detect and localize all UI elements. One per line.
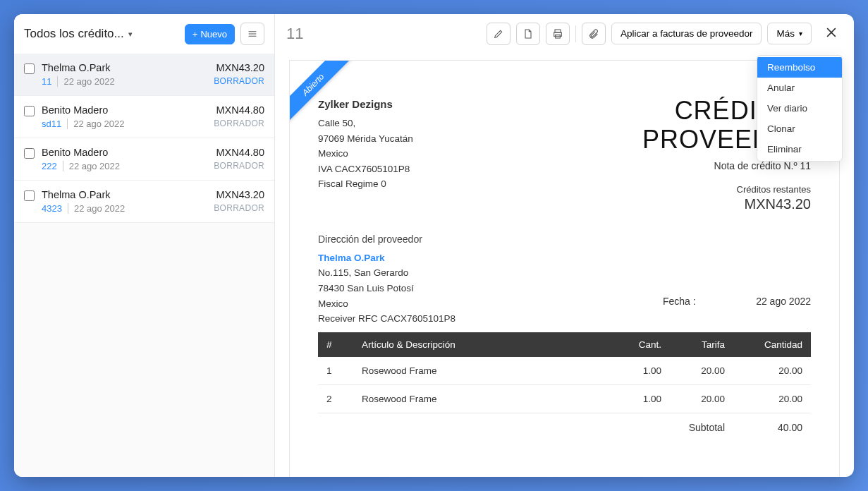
row-date: 22 ago 2022 (69, 161, 120, 171)
row-id[interactable]: 11 (42, 76, 58, 87)
status-ribbon-label: Abierto (290, 61, 351, 123)
row-amount: MXN44.80 (214, 147, 264, 158)
printer-icon (552, 28, 563, 40)
credit-list: Thelma O.Park 1122 ago 2022 MXN43.20 BOR… (14, 54, 274, 223)
row-id[interactable]: sd11 (42, 119, 68, 129)
attach-button[interactable] (582, 23, 606, 45)
row-name: Benito Madero (42, 147, 207, 158)
edit-button[interactable] (487, 23, 511, 45)
list-header: Todos los crédito... ▾ + Nuevo (14, 14, 274, 54)
col-num: # (318, 332, 353, 357)
hamburger-icon (247, 28, 258, 40)
more-button[interactable]: Más ▾ (767, 23, 812, 44)
row-name: Benito Madero (42, 104, 207, 116)
row-checkbox[interactable] (24, 63, 35, 74)
pdf-button[interactable] (516, 23, 540, 45)
doc-number: Nota de crédito N.º 11 (642, 160, 811, 171)
supplier-line: No.115, San Gerardo (318, 265, 811, 281)
menu-item-refund[interactable]: Reembolso (757, 57, 842, 78)
row-name: Thelma O.Park (42, 189, 207, 200)
row-checkbox[interactable] (24, 148, 35, 159)
row-checkbox[interactable] (24, 106, 35, 116)
supplier-name[interactable]: Thelma O.Park (318, 250, 811, 266)
date-label: Fecha : (663, 296, 733, 307)
date-value: 22 ago 2022 (733, 296, 811, 307)
list-row-0[interactable]: Thelma O.Park 1122 ago 2022 MXN43.20 BOR… (14, 54, 274, 96)
paperclip-icon (588, 28, 599, 40)
detail-panel: 11 Aplicar a facturas de proveedor Más ▾ (275, 14, 854, 477)
more-label: Más (776, 28, 795, 39)
cell-num: 2 (318, 384, 353, 413)
remaining-label: Créditos restantes (642, 184, 811, 195)
row-amount: MXN44.80 (214, 104, 264, 116)
cell-desc: Rosewood Frame (353, 357, 613, 385)
row-name: Thelma O.Park (42, 62, 207, 73)
close-button[interactable] (820, 21, 843, 46)
row-status: BORRADOR (214, 76, 264, 86)
subtotal-label: Subtotal (661, 422, 746, 433)
list-filter-label: Todos los crédito... (24, 27, 124, 41)
list-panel: Todos los crédito... ▾ + Nuevo Thelma O.… (14, 14, 275, 477)
cell-amount: 20.00 (733, 384, 811, 413)
menu-item-delete[interactable]: Eliminar (757, 139, 842, 159)
cell-qty: 1.00 (613, 384, 670, 413)
company-line: Mexico (318, 146, 413, 162)
cell-qty: 1.00 (613, 357, 670, 385)
items-table: # Artículo & Descripción Cant. Tarifa Ca… (318, 332, 811, 413)
plus-icon: + (192, 29, 198, 40)
supplier-block: Dirección del proveedor Thelma O.Park No… (318, 234, 811, 327)
row-status: BORRADOR (214, 161, 264, 171)
company-line: 97069 Mérida Yucatán (318, 131, 413, 147)
list-row-2[interactable]: Benito Madero 22222 ago 2022 MXN44.80 BO… (14, 138, 274, 181)
app-window: Todos los crédito... ▾ + Nuevo Thelma O.… (14, 14, 854, 477)
svg-rect-3 (555, 30, 561, 32)
print-button[interactable] (546, 23, 570, 45)
item-row: 2 Rosewood Frame 1.00 20.00 20.00 (318, 384, 811, 413)
remaining-amount: MXN43.20 (642, 196, 811, 212)
chevron-down-icon: ▾ (799, 30, 802, 37)
row-status: BORRADOR (214, 119, 264, 128)
supplier-line: 78430 San Luis Potosí (318, 281, 811, 296)
menu-button[interactable] (240, 23, 264, 45)
menu-item-void[interactable]: Anular (757, 78, 842, 98)
col-desc: Artículo & Descripción (353, 332, 613, 357)
cell-num: 1 (318, 357, 353, 385)
detail-title: 11 (286, 25, 481, 43)
row-amount: MXN43.20 (214, 62, 264, 73)
close-icon (824, 25, 838, 40)
row-date: 22 ago 2022 (63, 76, 114, 87)
list-row-3[interactable]: Thelma O.Park 432322 ago 2022 MXN43.20 B… (14, 181, 274, 223)
menu-item-journal[interactable]: Ver diario (757, 98, 842, 119)
row-status: BORRADOR (214, 203, 264, 213)
col-rate: Tarifa (670, 332, 733, 357)
menu-item-clone[interactable]: Clonar (757, 119, 842, 139)
col-amount: Cantidad (733, 332, 811, 357)
divider (575, 25, 576, 42)
item-row: 1 Rosewood Frame 1.00 20.00 20.00 (318, 357, 811, 385)
cell-rate: 20.00 (670, 357, 733, 385)
row-date: 22 ago 2022 (73, 119, 124, 129)
row-id[interactable]: 4323 (42, 203, 68, 214)
col-qty: Cant. (613, 332, 670, 357)
new-button[interactable]: + Nuevo (185, 24, 235, 44)
supplier-line: Receiver RFC CACX7605101P8 (318, 311, 811, 327)
list-row-1[interactable]: Benito Madero sd1122 ago 2022 MXN44.80 B… (14, 96, 274, 138)
subtotal-row: Subtotal 40.00 (318, 413, 811, 442)
row-checkbox[interactable] (24, 190, 35, 201)
cell-desc: Rosewood Frame (353, 384, 613, 413)
more-dropdown: Reembolso Anular Ver diario Clonar Elimi… (757, 55, 843, 162)
company-line: Fiscal Regime 0 (318, 176, 413, 192)
cell-amount: 20.00 (733, 357, 811, 385)
detail-header: 11 Aplicar a facturas de proveedor Más ▾ (275, 14, 854, 53)
apply-invoices-button[interactable]: Aplicar a facturas de proveedor (611, 23, 762, 44)
cell-rate: 20.00 (670, 384, 733, 413)
supplier-section-label: Dirección del proveedor (318, 234, 811, 245)
new-button-label: Nuevo (200, 29, 227, 40)
pencil-icon (493, 28, 504, 40)
list-filter-select[interactable]: Todos los crédito... ▾ (24, 27, 179, 41)
date-row: Fecha : 22 ago 2022 (318, 296, 811, 307)
chevron-down-icon: ▾ (128, 30, 133, 39)
row-id[interactable]: 222 (42, 161, 63, 171)
status-ribbon: Abierto (290, 61, 353, 124)
row-date: 22 ago 2022 (74, 203, 125, 214)
